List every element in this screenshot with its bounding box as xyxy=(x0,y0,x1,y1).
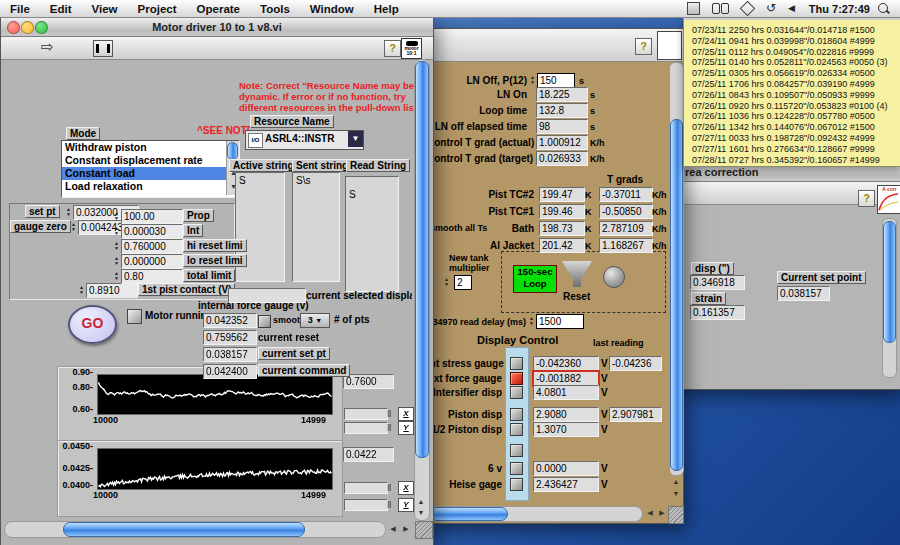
close-button[interactable] xyxy=(7,21,20,34)
go-button[interactable]: GO xyxy=(68,305,117,344)
diamond-icon[interactable] xyxy=(740,1,756,17)
scroll-down-icon[interactable]: ▼ xyxy=(415,507,427,519)
pid-spinner[interactable] xyxy=(113,256,120,266)
disp-label: disp (") xyxy=(691,262,734,275)
first-contact-spinner[interactable] xyxy=(78,285,85,295)
app-switcher-icon[interactable] xyxy=(687,2,700,15)
menu-file[interactable]: File xyxy=(0,0,40,18)
dc-row-unit: V xyxy=(601,479,608,490)
motor-driver-titlebar[interactable]: Motor driver 10 to 1 v8.vi xyxy=(1,18,433,37)
dc-row-toggle[interactable] xyxy=(510,372,523,385)
new-tank-value[interactable]: 2 xyxy=(454,275,472,290)
mode-item[interactable]: Constant load xyxy=(62,167,227,180)
new-tank-spinner[interactable] xyxy=(443,277,450,287)
sent-string-box[interactable]: S\s xyxy=(292,172,340,282)
pid-spinner[interactable] xyxy=(113,271,120,281)
pid-spinner[interactable] xyxy=(113,226,120,236)
pid-spinner[interactable] xyxy=(113,241,120,251)
pid-value[interactable]: 0.000000 xyxy=(121,254,183,269)
history-icon[interactable]: ↺ xyxy=(766,0,776,17)
graph2-y-scale-lock-icon[interactable]: ||| xyxy=(387,498,390,510)
dc-row-toggle[interactable] xyxy=(510,386,523,399)
binoculars-icon[interactable] xyxy=(712,3,729,14)
vi-icon-motor[interactable]: motor 10:1 xyxy=(401,38,422,59)
menu-tools[interactable]: Tools xyxy=(250,0,300,18)
resize-grip[interactable] xyxy=(668,506,684,524)
pid-value[interactable]: 0.80 xyxy=(121,269,183,284)
pid-value[interactable]: 0.000030 xyxy=(121,224,183,239)
zoom-button[interactable] xyxy=(35,21,48,34)
menu-operate[interactable]: Operate xyxy=(187,0,250,18)
menu-edit[interactable]: Edit xyxy=(40,0,82,18)
smooth-toggle[interactable] xyxy=(258,315,271,328)
horizontal-scrollbar-thumb[interactable] xyxy=(430,507,508,521)
vi-icon-blank[interactable] xyxy=(657,31,682,60)
scroll-down-icon[interactable]: ▼ xyxy=(670,488,682,500)
motor-running-checkbox[interactable] xyxy=(127,309,142,324)
graph2-x-scale-lock-icon[interactable]: ||| xyxy=(387,481,390,493)
help-icon[interactable]: ? xyxy=(384,40,401,57)
dc-row-toggle[interactable] xyxy=(510,444,523,457)
dc-row-toggle[interactable] xyxy=(510,357,523,370)
menu-project[interactable]: Project xyxy=(128,0,187,18)
mode-item[interactable]: Load relaxation xyxy=(62,180,227,193)
ln-row-unit: s xyxy=(579,76,584,86)
spotlight-icon[interactable] xyxy=(878,3,890,15)
graph1-y-scale-lock-icon[interactable]: ||| xyxy=(387,421,390,433)
pause-button[interactable] xyxy=(93,40,113,57)
vertical-scrollbar-thumb[interactable] xyxy=(415,61,429,458)
scroll-right-icon[interactable]: ▶ xyxy=(400,523,412,535)
dc-row-toggle[interactable] xyxy=(510,462,523,475)
num-pts-dropdown[interactable]: 3 ▼ xyxy=(300,313,330,328)
current-selected-displacement-label: current selected displace xyxy=(306,290,412,301)
scroll-left-icon[interactable]: ◀ xyxy=(644,507,656,519)
scroll-left-icon[interactable]: ◀ xyxy=(387,523,399,535)
log-lines: 07/23/11 2250 hrs 0.031644"/0.014718 #15… xyxy=(684,20,900,165)
scroll-right-icon[interactable]: ▶ xyxy=(656,507,668,519)
menu-view[interactable]: View xyxy=(82,0,128,18)
menu-clock[interactable]: Thu 7:27:49 xyxy=(809,3,870,15)
graph2-x-scale-button[interactable]: X xyxy=(398,481,414,495)
dc-row-toggle[interactable] xyxy=(510,408,523,421)
chevron-down-icon[interactable]: ▼ xyxy=(348,131,363,147)
first-contact-value[interactable]: 0.8910 xyxy=(86,283,138,298)
loop-150sec-button[interactable]: 150-sec Loop xyxy=(513,265,557,293)
read-delay-spinner[interactable] xyxy=(528,316,535,326)
run-button[interactable]: ⇨ xyxy=(41,38,54,56)
help-icon[interactable]: ? xyxy=(858,190,875,207)
current-set-point-label: Current set point xyxy=(777,271,866,284)
vertical-scrollbar-thumb[interactable] xyxy=(670,119,683,471)
graph1-x-scale-button[interactable]: X xyxy=(398,407,414,421)
graph1-x-scale-lock-icon[interactable]: ||| xyxy=(387,407,390,419)
vertical-scrollbar-thumb[interactable] xyxy=(883,221,896,343)
vi-icon-a-corr[interactable]: A corr xyxy=(877,185,900,214)
gauge-zero-spinner[interactable] xyxy=(70,222,77,232)
resize-grip[interactable] xyxy=(415,521,433,539)
listbox-scrollbar-thumb[interactable] xyxy=(227,142,238,160)
dc-row-toggle[interactable] xyxy=(510,478,523,491)
back-icon[interactable]: ◀ xyxy=(788,0,795,17)
graph1-value: 0.7600 xyxy=(343,374,394,389)
mode-item[interactable]: Withdraw piston xyxy=(62,141,227,154)
ln-row-value[interactable]: 150 xyxy=(537,73,575,88)
help-icon[interactable]: ? xyxy=(635,38,652,55)
graph2-y-scale-button[interactable]: Y xyxy=(398,498,414,512)
pid-spinner[interactable] xyxy=(113,211,120,221)
pid-value[interactable]: 0.760000 xyxy=(121,239,183,254)
menu-help[interactable]: Help xyxy=(364,0,409,18)
minimize-button[interactable] xyxy=(21,21,34,34)
dc-row-toggle[interactable] xyxy=(510,423,523,436)
graph1-y-scale-button[interactable]: Y xyxy=(398,421,414,435)
resource-name-combo[interactable]: I/O ASRL4::INSTR ▼ xyxy=(245,130,364,150)
pid-value[interactable]: 100.00 xyxy=(121,209,183,224)
status-led[interactable] xyxy=(603,266,625,288)
ln-row-label: Control T grad (target) xyxy=(427,153,527,164)
ln-row-spinner[interactable] xyxy=(529,75,536,85)
mode-item[interactable]: Constant displacement rate xyxy=(62,154,227,167)
read-delay-value[interactable]: 1500 xyxy=(536,314,584,329)
set-pt-spinner[interactable] xyxy=(65,207,72,217)
menu-window[interactable]: Window xyxy=(300,0,364,18)
scroll-up-icon[interactable]: ▲ xyxy=(670,476,682,488)
read-string-box[interactable]: S xyxy=(345,176,399,292)
horizontal-scrollbar-thumb[interactable] xyxy=(63,522,305,537)
